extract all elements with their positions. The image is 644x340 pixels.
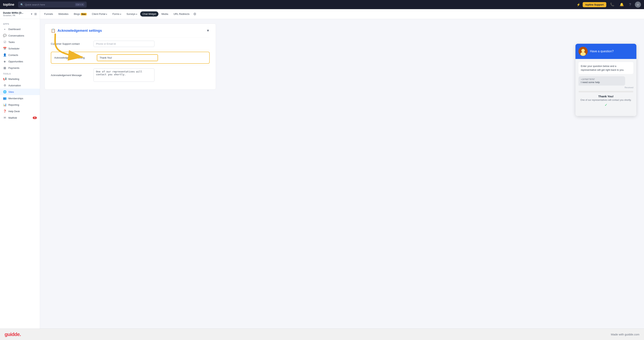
marketing-icon: 📢	[3, 77, 6, 81]
sidebar-item-conversations[interactable]: 💬 Conversations	[0, 32, 40, 39]
search-bar[interactable]: 🔍 Quick search here Ctrl + K	[18, 1, 87, 7]
sub-nav-funnels[interactable]: Funnels	[42, 11, 55, 16]
acknowledgement-greeting-label: Acknowledgement Greeting	[54, 56, 92, 59]
preview-header-text: Have a question?	[590, 50, 614, 53]
search-icon: 🔍	[20, 3, 24, 6]
sidebar-item-mailfold[interactable]: ✉ Mailfold 31	[0, 115, 40, 121]
sub-nav-client-portal[interactable]: Client Portal▾	[90, 11, 110, 16]
workspace-location: Scranton, PA	[3, 14, 29, 16]
preview-header: Have a question?	[576, 44, 636, 59]
customer-support-input[interactable]	[94, 41, 154, 47]
preview-message-bubble: +19768778787 I need some help	[578, 76, 625, 86]
sidebar-item-label: Conversations	[8, 34, 24, 37]
layout-icon[interactable]: ⊞	[34, 12, 37, 16]
sidebar-apps-label: Apps	[0, 21, 40, 26]
reporting-icon: 📊	[3, 103, 6, 107]
sidebar-item-label: Marketing	[8, 78, 19, 80]
sidebar-item-label: Scheduler	[8, 47, 20, 50]
acknowledgement-message-input[interactable]: One of our representatives will contact …	[94, 68, 154, 82]
sidebar-item-payments[interactable]: ▦ Payments	[0, 65, 40, 71]
sidebar-item-scheduler[interactable]: 📅 Scheduler	[0, 45, 40, 52]
preview-divider-bar	[578, 91, 633, 92]
sidebar-item-label: Help Desk	[8, 110, 20, 113]
preview-body: Enter your question below and a represen…	[576, 59, 636, 116]
help-icon[interactable]: ?	[628, 2, 632, 7]
sub-nav-surveys[interactable]: Surveys▾	[124, 11, 140, 16]
preview-message-status: Received	[578, 86, 633, 89]
chat-icon: 💬	[3, 34, 6, 37]
sidebar-item-sites[interactable]: 🌐 Sites	[0, 89, 40, 95]
help-desk-icon: ❓	[3, 110, 6, 113]
acknowledgement-settings-card: 📋 Acknowledgement settings ▼ Customer Su…	[44, 23, 216, 90]
sidebar-item-label: Sites	[8, 91, 14, 93]
svg-point-2	[581, 49, 585, 52]
payments-icon: ▦	[3, 66, 6, 70]
preview-intro-text: Enter your question below and a represen…	[578, 62, 633, 74]
dashboard-icon: ▪	[3, 27, 6, 31]
search-placeholder: Quick search here	[25, 3, 45, 6]
sidebar-item-label: Reporting	[8, 103, 19, 106]
svg-point-3	[580, 52, 586, 56]
phone-icon[interactable]: 📞	[608, 2, 616, 7]
preview-message-phone: +19768778787	[581, 78, 623, 80]
support-button[interactable]: topline Support	[583, 2, 606, 7]
sidebar-item-automation[interactable]: ⚙ Automation	[0, 82, 40, 89]
bell-icon[interactable]: 🔔	[618, 2, 625, 7]
sidebar-tools-label: Tools	[0, 71, 40, 76]
acknowledgement-greeting-highlighted-row: Acknowledgement Greeting	[51, 52, 210, 64]
automation-icon: ⚙	[3, 84, 6, 87]
preview-check-icon: ✓	[578, 103, 633, 107]
sub-nav-forms[interactable]: Forms▾	[110, 11, 124, 16]
top-navigation: topline 🔍 Quick search here Ctrl + K ⚡ t…	[0, 0, 644, 9]
sub-nav-url-redirects[interactable]: URL Redirects	[171, 11, 192, 16]
sub-nav-media[interactable]: Media	[159, 11, 170, 16]
sidebar-item-label: Payments	[8, 67, 20, 69]
sidebar: Apps ▪ Dashboard 💬 Conversations ☑ Tasks…	[0, 19, 40, 329]
sites-icon: 🌐	[3, 90, 6, 94]
sub-nav-websites[interactable]: Websites	[56, 11, 71, 16]
settings-card-header: 📋 Acknowledgement settings ▼	[51, 28, 210, 33]
greeting-row-wrapper: Acknowledgement Greeting	[51, 50, 210, 65]
sidebar-item-label: Automation	[8, 84, 21, 87]
sidebar-item-label: Contacts	[8, 54, 18, 56]
mailfold-icon: ✉	[3, 116, 6, 119]
customer-support-label: Customer Support contact	[51, 42, 89, 45]
app-logo: topline	[3, 3, 14, 7]
settings-card-title: Acknowledgement settings	[58, 29, 102, 33]
sidebar-item-tasks[interactable]: ☑ Tasks	[0, 39, 40, 45]
sub-navigation: Funnels Websites BlogsNew Client Portal▾…	[0, 9, 644, 19]
sidebar-item-help-desk[interactable]: ❓ Help Desk	[0, 108, 40, 115]
avatar[interactable]: U	[635, 1, 641, 7]
opportunities-icon: ◈	[3, 60, 6, 63]
preview-ack-greeting: Thank You!	[578, 95, 633, 98]
lightning-icon: ⚡	[576, 3, 580, 6]
acknowledgement-message-row: Acknowledgement Message One of our repre…	[51, 65, 210, 85]
settings-collapse-icon[interactable]: ▼	[206, 29, 210, 33]
sidebar-item-label: Dashboard	[8, 28, 20, 31]
sidebar-item-opportunities[interactable]: ◈ Opportunities	[0, 58, 40, 65]
customer-support-row: Customer Support contact	[51, 37, 210, 50]
document-icon: 📋	[51, 28, 56, 33]
workspace-chevron-icon: ▼	[30, 13, 33, 15]
sidebar-item-memberships[interactable]: 👥 Memberships	[0, 95, 40, 102]
sidebar-item-contacts[interactable]: 👤 Contacts	[0, 52, 40, 58]
sidebar-item-label: Opportunities	[8, 60, 23, 63]
sidebar-item-label: Memberships	[8, 97, 23, 100]
sub-nav-chat-widget[interactable]: Chat Widget	[140, 11, 158, 16]
preview-message-text: I need some help	[581, 81, 623, 84]
main-content: 📋 Acknowledgement settings ▼ Customer Su…	[40, 19, 644, 329]
workspace-info: Dunder Mifflin [D... Scranton, PA	[3, 11, 29, 16]
preview-avatar	[578, 47, 588, 56]
memberships-icon: 👥	[3, 97, 6, 100]
settings-icon[interactable]: ⚙	[193, 12, 196, 16]
sidebar-item-marketing[interactable]: 📢 Marketing	[0, 76, 40, 82]
acknowledgement-message-label: Acknowledgement Message	[51, 74, 89, 77]
acknowledgement-greeting-input[interactable]	[97, 54, 158, 61]
sidebar-item-label: Tasks	[8, 41, 15, 43]
contacts-icon: 👤	[3, 53, 6, 57]
sidebar-item-reporting[interactable]: 📊 Reporting	[0, 102, 40, 108]
workspace-selector[interactable]: Dunder Mifflin [D... Scranton, PA ▼ ⊞	[0, 9, 40, 19]
sub-nav-blogs[interactable]: BlogsNew	[72, 11, 89, 16]
sidebar-item-dashboard[interactable]: ▪ Dashboard	[0, 26, 40, 32]
workspace-name: Dunder Mifflin [D...	[3, 11, 29, 14]
